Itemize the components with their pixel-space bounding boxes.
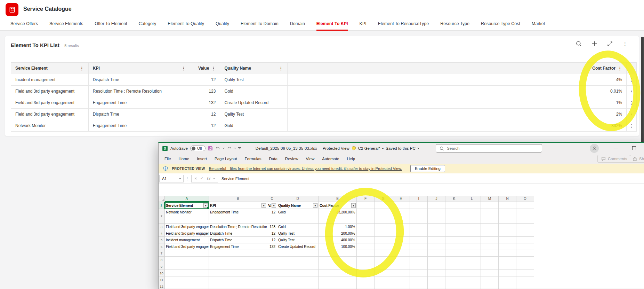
cell-D5[interactable]: Qality Test bbox=[277, 237, 319, 243]
tab-element-to-resourcetype[interactable]: Element To ResourceType bbox=[378, 21, 429, 31]
cell-I5[interactable] bbox=[410, 237, 428, 243]
cell-J6[interactable] bbox=[428, 243, 445, 250]
cell-L11[interactable] bbox=[463, 276, 481, 283]
comments-button[interactable]: Comments bbox=[597, 155, 631, 163]
filter-dropdown-icon[interactable]: ▾ bbox=[203, 203, 208, 208]
row-menu-icon[interactable]: ⋮ bbox=[627, 86, 636, 97]
cell-J5[interactable] bbox=[428, 237, 445, 243]
cell-I12[interactable] bbox=[410, 283, 428, 289]
cell-E11[interactable] bbox=[319, 276, 357, 283]
cell-F11[interactable] bbox=[357, 276, 375, 283]
cell-G2[interactable] bbox=[375, 209, 392, 224]
sensitivity-label[interactable]: C2 General* bbox=[358, 146, 380, 150]
cell-H6[interactable] bbox=[392, 243, 410, 250]
row-header-7[interactable]: 7 bbox=[159, 250, 165, 257]
cell-K3[interactable] bbox=[445, 224, 463, 230]
cell-C12[interactable] bbox=[267, 283, 277, 289]
cell-E6[interactable]: 100.00% bbox=[319, 243, 357, 250]
menu-automate[interactable]: Automate bbox=[318, 157, 343, 161]
cell-I3[interactable] bbox=[410, 224, 428, 230]
cell-B3[interactable]: Resolution Time ; Remote Resolution bbox=[209, 224, 267, 230]
cell-D2[interactable]: Gold bbox=[277, 209, 319, 224]
cell-F1[interactable] bbox=[357, 202, 375, 209]
cell-J8[interactable] bbox=[428, 257, 445, 263]
column-header-service-element[interactable]: Service Element⋮ bbox=[11, 63, 89, 74]
column-header-kpi[interactable]: KPI⋮ bbox=[89, 63, 191, 74]
menu-formulas[interactable]: Formulas bbox=[241, 157, 265, 161]
cell-K7[interactable] bbox=[445, 250, 463, 257]
menu-help[interactable]: Help bbox=[343, 157, 359, 161]
cell-I4[interactable] bbox=[410, 230, 428, 237]
cell-B2[interactable]: Engagement Time bbox=[209, 209, 267, 224]
cell-A1[interactable]: Service Element▾ bbox=[165, 202, 209, 209]
menu-insert[interactable]: Insert bbox=[193, 157, 211, 161]
cell-M3[interactable] bbox=[481, 224, 499, 230]
cell-K10[interactable] bbox=[445, 270, 463, 276]
cell-J10[interactable] bbox=[428, 270, 445, 276]
cell-O12[interactable] bbox=[516, 283, 534, 289]
cell-N10[interactable] bbox=[499, 270, 516, 276]
column-header-N[interactable]: N bbox=[499, 196, 516, 202]
cell-D6[interactable]: Create Updated Record bbox=[277, 243, 319, 250]
row-header-4[interactable]: 4 bbox=[159, 230, 165, 237]
cell-O8[interactable] bbox=[516, 257, 534, 263]
cell-M6[interactable] bbox=[481, 243, 499, 250]
cell-O6[interactable] bbox=[516, 243, 534, 250]
cell-O5[interactable] bbox=[516, 237, 534, 243]
menu-data[interactable]: Data bbox=[265, 157, 281, 161]
cell-H7[interactable] bbox=[392, 250, 410, 257]
cell-B4[interactable]: Dispatch Time bbox=[209, 230, 267, 237]
tab-kpi[interactable]: KPI bbox=[360, 21, 367, 31]
cell-G12[interactable] bbox=[375, 283, 392, 289]
column-header-M[interactable]: M bbox=[481, 196, 499, 202]
cell-C5[interactable]: 12 bbox=[267, 237, 277, 243]
column-header-D[interactable]: D bbox=[277, 196, 319, 202]
cell-B11[interactable] bbox=[209, 276, 267, 283]
cell-E1[interactable]: Cost Factor▾ bbox=[319, 202, 357, 209]
table-row[interactable]: Network Monitor Engagement Time 12 Gold … bbox=[11, 120, 636, 132]
cell-K8[interactable] bbox=[445, 257, 463, 263]
cell-F9[interactable] bbox=[357, 263, 375, 270]
cell-M10[interactable] bbox=[481, 270, 499, 276]
cell-J11[interactable] bbox=[428, 276, 445, 283]
cell-H4[interactable] bbox=[392, 230, 410, 237]
cell-E12[interactable] bbox=[319, 283, 357, 289]
service-catalogue-app-icon[interactable] bbox=[6, 3, 18, 16]
cell-I6[interactable] bbox=[410, 243, 428, 250]
cell-I2[interactable] bbox=[410, 209, 428, 224]
tab-category[interactable]: Category bbox=[139, 21, 156, 31]
cell-H3[interactable] bbox=[392, 224, 410, 230]
tab-element-to-quality[interactable]: Element To Quality bbox=[168, 21, 204, 31]
cell-A8[interactable] bbox=[165, 257, 209, 263]
menu-review[interactable]: Review bbox=[281, 157, 302, 161]
enter-icon[interactable]: ✓ bbox=[200, 176, 203, 181]
cell-A2[interactable]: Network Monitor bbox=[165, 209, 209, 224]
customize-quick-access-icon[interactable] bbox=[238, 147, 241, 149]
column-header-E[interactable]: E bbox=[319, 196, 357, 202]
cell-K9[interactable] bbox=[445, 263, 463, 270]
saved-status-dropdown-icon[interactable] bbox=[417, 147, 419, 149]
cell-C6[interactable]: 132 bbox=[267, 243, 277, 250]
column-header-C[interactable]: C bbox=[267, 196, 277, 202]
cell-L6[interactable] bbox=[463, 243, 481, 250]
cell-N5[interactable] bbox=[499, 237, 516, 243]
cell-G4[interactable] bbox=[375, 230, 392, 237]
cell-B10[interactable] bbox=[209, 270, 267, 276]
cell-A12[interactable] bbox=[165, 283, 209, 289]
cell-C7[interactable] bbox=[267, 250, 277, 257]
column-header-cost-factor[interactable]: Cost Factor⋮ bbox=[288, 63, 627, 74]
cell-N11[interactable] bbox=[499, 276, 516, 283]
cell-N9[interactable] bbox=[499, 263, 516, 270]
tab-offer-to-element[interactable]: Offer To Element bbox=[95, 21, 127, 31]
cell-L3[interactable] bbox=[463, 224, 481, 230]
save-icon[interactable] bbox=[208, 146, 213, 151]
row-header-3[interactable]: 3 bbox=[159, 224, 165, 230]
cell-E4[interactable]: 200.00% bbox=[319, 230, 357, 237]
cell-E8[interactable] bbox=[319, 257, 357, 263]
cell-C10[interactable] bbox=[267, 270, 277, 276]
cell-K1[interactable] bbox=[445, 202, 463, 209]
cell-O10[interactable] bbox=[516, 270, 534, 276]
cell-J7[interactable] bbox=[428, 250, 445, 257]
row-header-10[interactable]: 10 bbox=[159, 270, 165, 276]
maximize-button[interactable] bbox=[632, 146, 636, 150]
